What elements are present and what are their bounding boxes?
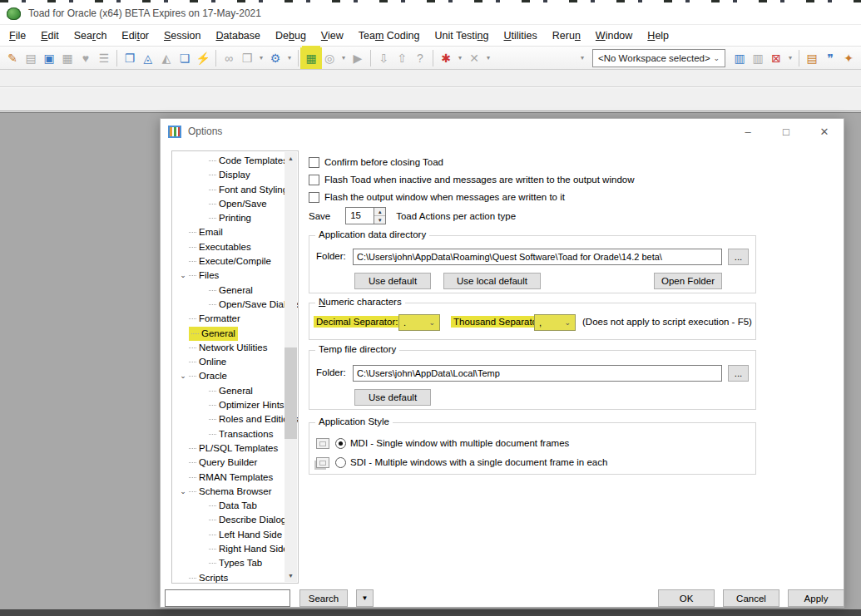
compare-files-icon[interactable]: ▤ (22, 49, 40, 67)
tree-item[interactable]: Code Templates (172, 154, 285, 168)
tree-item[interactable]: General (172, 384, 285, 398)
dropdown-arrow-icon[interactable]: ▾ (285, 49, 294, 67)
checkbox-flash-toad[interactable]: Flash Toad when inactive and messages ar… (309, 173, 634, 186)
temp-browse-button[interactable]: ... (728, 365, 749, 382)
ok-button[interactable]: OK (658, 589, 715, 607)
menu-item[interactable]: File (2, 27, 33, 44)
toad-actions-spinner[interactable]: 15 ▲ ▼ (345, 207, 386, 224)
tree-item[interactable]: ⌄ Schema Browser (172, 485, 285, 499)
apply-button[interactable]: Apply (788, 589, 844, 607)
team-coding-icon[interactable]: ⚙ (266, 49, 285, 67)
check-in-icon[interactable]: ⇩ (374, 49, 393, 67)
maximize-button[interactable]: □ (767, 119, 805, 144)
sdi-radio[interactable] (335, 457, 346, 468)
dropdown-arrow-icon[interactable]: ▾ (483, 49, 493, 67)
tree-item[interactable]: Scripts (172, 571, 285, 584)
dialog-titlebar[interactable]: Options – □ ✕ (161, 119, 844, 144)
delete-workspace-icon[interactable]: ⊠ (767, 49, 785, 67)
scrollbar-thumb[interactable] (285, 347, 297, 439)
tree-item[interactable]: Display (172, 168, 285, 182)
checkbox-icon[interactable] (309, 157, 319, 168)
tree-item[interactable]: Online (172, 355, 285, 369)
tree-item[interactable]: Font and Styling (172, 183, 285, 197)
checkbox-icon[interactable] (309, 192, 319, 203)
snapshot-icon[interactable]: ▦ (58, 49, 77, 67)
tree-item[interactable]: PL/SQL Templates (172, 441, 285, 456)
output-window-icon[interactable]: ❏ (176, 49, 194, 67)
close-button[interactable]: ✕ (805, 119, 844, 144)
chevron-down-icon[interactable]: ⌄ (177, 369, 189, 383)
tree-item[interactable]: Optimizer Hints (172, 398, 285, 412)
menu-item[interactable]: Help (640, 27, 676, 44)
mdi-radio[interactable] (335, 438, 346, 449)
search-dropdown-button[interactable]: ▼ (356, 589, 374, 607)
dropdown-arrow-icon[interactable]: ▾ (785, 49, 795, 67)
report-icon[interactable]: ▤ (803, 49, 821, 67)
menu-item[interactable]: Window (588, 27, 640, 44)
checkbox-flash-output[interactable]: Flash the output window when messages ar… (309, 190, 565, 204)
dropdown-arrow-icon[interactable]: ▾ (256, 49, 266, 67)
menu-item[interactable]: Search (67, 27, 115, 44)
checkbox-icon[interactable] (309, 175, 319, 185)
mdi-radio-row[interactable]: MDI - Single window with multiple docume… (316, 436, 569, 450)
windows-icon[interactable]: ❒ (238, 49, 256, 67)
tree-item[interactable]: General (172, 283, 285, 298)
search-button[interactable]: Search (299, 589, 348, 607)
tree-item[interactable]: Data Tab (172, 499, 285, 513)
tree-item[interactable]: General (172, 327, 285, 341)
options-icon[interactable]: ▦ (302, 49, 320, 67)
toolbar-overflow-icon[interactable]: ▾ (577, 49, 587, 67)
tree-item[interactable]: Execute/Compile (172, 254, 285, 269)
menu-item[interactable]: Team Coding (351, 27, 428, 44)
menu-item[interactable]: Debug (268, 27, 314, 44)
sql-recall-icon[interactable]: ♥ (77, 49, 95, 67)
temp-folder-input[interactable]: C:\Users\john\AppData\Local\Temp (353, 365, 722, 382)
tree-item[interactable]: Types Tab (172, 556, 285, 570)
menu-item[interactable]: Database (209, 27, 269, 44)
menu-item[interactable]: Edit (33, 27, 67, 44)
tree-item[interactable]: Describe Dialogs (172, 513, 285, 527)
tree-item[interactable]: Open/Save Dialogs (172, 298, 285, 312)
menu-item[interactable]: View (314, 27, 351, 44)
use-local-default-button[interactable]: Use local default (443, 273, 541, 289)
menu-item[interactable]: Unit Testing (427, 27, 496, 44)
object-search-icon[interactable]: ∞ (220, 49, 238, 67)
dropdown-arrow-icon[interactable]: ▾ (455, 49, 465, 67)
comment-icon[interactable]: ❞ (821, 49, 839, 67)
menu-item[interactable]: Editor (114, 27, 156, 44)
dropdown-arrow-icon[interactable]: ▾ (339, 49, 349, 67)
appdata-browse-button[interactable]: ... (728, 249, 749, 265)
tree-item[interactable]: Roles and Editions (172, 412, 285, 426)
menu-item[interactable]: Rerun (545, 27, 588, 44)
vcs-help-icon[interactable]: ? (411, 49, 429, 67)
spinner-value[interactable]: 15 (346, 208, 374, 224)
disconnect-icon[interactable]: ✕ (465, 49, 483, 67)
thousand-separator-select[interactable]: , ⌄ (534, 314, 576, 331)
load-workspace-icon[interactable]: ▥ (749, 49, 767, 67)
spin-down-icon[interactable]: ▼ (374, 216, 385, 224)
tree-item[interactable]: Right Hand Side (172, 542, 285, 556)
new-sql-editor-icon[interactable]: ✎ (3, 49, 22, 67)
menu-item[interactable]: Utilities (497, 27, 545, 44)
tree-item[interactable]: Left Hand Side (172, 528, 285, 542)
tree-item[interactable]: Query Builder (172, 456, 285, 470)
chevron-down-icon[interactable]: ⌄ (177, 269, 189, 283)
connect-icon[interactable]: ✱ (437, 49, 455, 67)
temp-use-default-button[interactable]: Use default (354, 389, 431, 406)
execute-icon[interactable]: ⚡ (194, 49, 212, 67)
tree-item[interactable]: RMAN Templates (172, 471, 285, 485)
scroll-down-icon[interactable]: ▼ (285, 569, 297, 582)
workspace-select[interactable]: <No Workspace selected> ⌄ (592, 49, 725, 67)
chevron-down-icon[interactable]: ⌄ (177, 485, 189, 499)
tree-item[interactable]: Printing (172, 211, 285, 225)
schema-browser-icon[interactable]: ❐ (121, 49, 139, 67)
describe-objects-icon[interactable]: ☰ (95, 49, 113, 67)
tree-item[interactable]: Open/Save (172, 197, 285, 211)
appdata-folder-input[interactable]: C:\Users\john\AppData\Roaming\Quest Soft… (353, 249, 722, 265)
decimal-separator-select[interactable]: . ⌄ (398, 314, 440, 331)
check-out-icon[interactable]: ⇧ (393, 49, 411, 67)
new-session-icon[interactable]: ◬ (139, 49, 157, 67)
minimize-button[interactable]: – (729, 119, 767, 144)
checkbox-confirm-close[interactable]: Confirm before closing Toad (309, 155, 443, 169)
open-editor-icon[interactable]: ▣ (40, 49, 58, 67)
